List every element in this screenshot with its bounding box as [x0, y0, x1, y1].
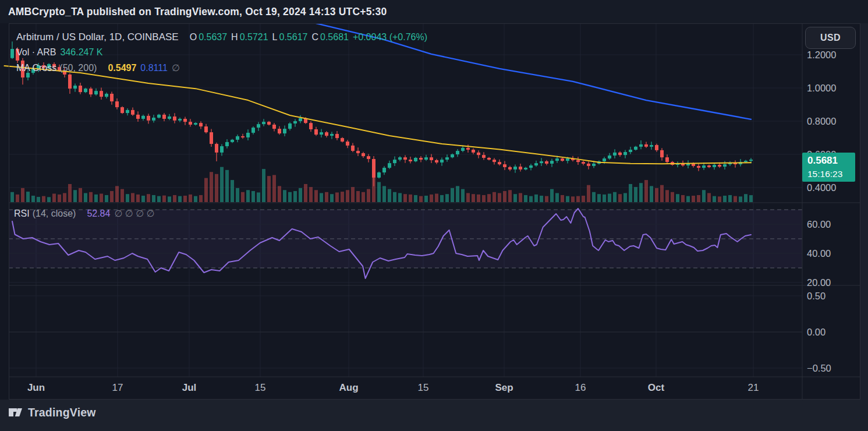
volume-legend-row[interactable]: Vol · ARB 346.247 K	[16, 47, 102, 58]
high-label: H	[231, 32, 238, 43]
tradingview-snapshot: AMBCrypto_TA published on TradingView.co…	[0, 0, 868, 431]
rsi-name[interactable]: RSI	[14, 209, 30, 219]
volume-value: 346.247 K	[60, 47, 102, 58]
lower-axis-label: 0.00	[807, 327, 826, 338]
volume-label[interactable]: Vol · ARB	[16, 47, 56, 58]
footer-bar: TradingView	[0, 400, 868, 431]
last-price-value: 0.5681	[807, 153, 855, 168]
rsi-axis-label: 40.00	[807, 248, 831, 259]
ma-cross-args: (50, 200)	[59, 63, 97, 73]
time-axis-label: 15	[255, 382, 266, 394]
rsi-value: 52.84	[87, 209, 110, 219]
ma-cross-name[interactable]: MA Cross	[16, 63, 56, 73]
high-value: 0.5721	[240, 32, 268, 43]
rsi-args: (14, close)	[33, 209, 76, 219]
lower-axis-label: 0.50	[807, 291, 826, 302]
time-axis-label: Jun	[27, 382, 45, 394]
tradingview-brand-text[interactable]: TradingView	[28, 406, 96, 419]
rsi-axis-label: 20.00	[807, 277, 831, 288]
rsi-empty-values: ∅ ∅ ∅ ∅	[114, 208, 154, 219]
time-axis-label: Sep	[495, 382, 513, 394]
close-label: C	[311, 32, 318, 43]
time-axis-label: Aug	[339, 382, 358, 394]
price-axis-label: 0.4000	[807, 182, 836, 193]
low-value: 0.5617	[279, 32, 307, 43]
publish-header-text: AMBCrypto_TA published on TradingView.co…	[8, 6, 387, 18]
ma-empty-value: ∅	[172, 62, 180, 73]
open-label: O	[190, 32, 197, 43]
rsi-axis-label: 60.00	[807, 219, 831, 230]
last-price-badge: 0.5681 15:16:23	[802, 153, 855, 182]
time-axis-label: Jul	[182, 382, 197, 394]
time-axis-label: 15	[418, 382, 429, 394]
price-axis-label: 0.8000	[807, 116, 836, 127]
time-axis-label: 17	[112, 382, 123, 394]
rsi-legend-row[interactable]: RSI (14, close) 52.84 ∅ ∅ ∅ ∅	[14, 208, 155, 219]
symbol-title[interactable]: Arbitrum / US Dollar, 1D, COINBASE	[16, 31, 179, 43]
ma-cross-legend-row[interactable]: MA Cross (50, 200) 0.5497 0.8111 ∅	[16, 62, 180, 73]
tradingview-logo-icon[interactable]	[8, 404, 24, 421]
ma200-value: 0.8111	[140, 63, 168, 73]
time-axis-label: Oct	[648, 382, 664, 394]
ma50-value: 0.5497	[108, 63, 136, 73]
close-value: 0.5681	[320, 32, 349, 43]
price-axis-label: 1.2000	[807, 50, 836, 61]
bar-countdown: 15:16:23	[807, 168, 855, 180]
change-value: +0.0043 (+0.76%)	[353, 32, 427, 43]
lower-axis-label: −0.50	[807, 363, 831, 374]
publish-header: AMBCrypto_TA published on TradingView.co…	[0, 0, 868, 23]
open-value: 0.5637	[199, 32, 227, 43]
time-axis-label: 21	[748, 382, 759, 394]
currency-toggle-button[interactable]: USD	[805, 27, 856, 49]
symbol-legend-row[interactable]: Arbitrum / US Dollar, 1D, COINBASE O0.56…	[16, 31, 427, 43]
price-axis-label: 1.0000	[807, 83, 836, 94]
low-label: L	[272, 32, 278, 43]
time-axis-label: 16	[575, 382, 586, 394]
